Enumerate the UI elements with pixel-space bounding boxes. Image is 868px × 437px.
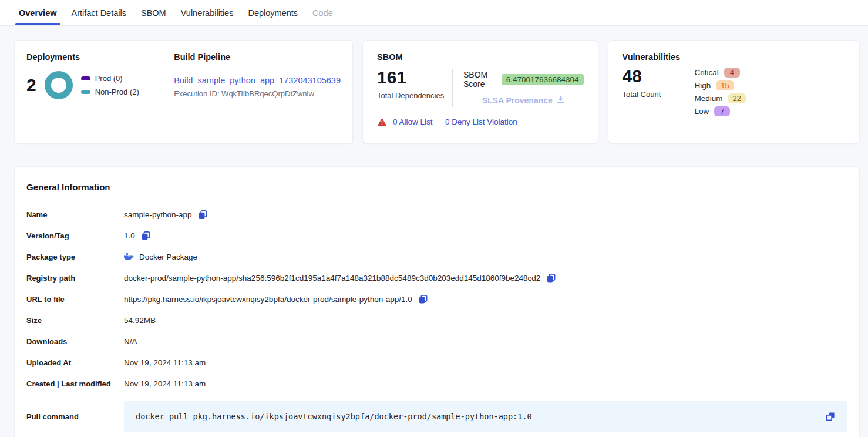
slsa-provenance-link[interactable]: SLSA Provenance	[482, 95, 565, 106]
severity-row-high: High 15	[695, 80, 746, 90]
sbom-policy-links: 0 Allow List 0 Deny List Violation	[377, 116, 584, 127]
severity-badge-low: 7	[714, 106, 730, 116]
vulnerabilities-stats: 48 Total Count	[623, 68, 684, 131]
tab-sbom[interactable]: SBOM	[141, 0, 166, 25]
severity-badge-high: 15	[716, 80, 734, 90]
allow-list-link[interactable]: 0 Allow List	[393, 117, 433, 126]
severity-row-critical: Critical 4	[695, 68, 746, 78]
version-value: 1.0	[124, 231, 135, 240]
vulnerabilities-card: Vulnerabilities 48 Total Count Critical …	[608, 40, 860, 144]
deployments-donut-chart	[45, 71, 73, 99]
execution-id-text: Execution ID: WqkTiIbBRqecQrpDtZwniw	[174, 89, 341, 98]
link-separator	[439, 116, 440, 127]
sbom-score-label: SBOM Score	[463, 70, 497, 89]
uploaded-at-value: Nov 19, 2024 11:13 am	[124, 358, 206, 367]
version-label: Version/Tag	[26, 231, 124, 240]
nonprod-legend-label: Non-Prod (2)	[95, 88, 139, 96]
copy-url-button[interactable]	[418, 294, 429, 305]
legend-item-nonprod: Non-Prod (2)	[81, 88, 139, 96]
warning-icon	[377, 117, 387, 126]
sbom-total-label: Total Dependencies	[377, 91, 452, 100]
copy-pull-command-button[interactable]	[825, 411, 836, 422]
pull-command-label: Pull command	[26, 412, 124, 421]
sbom-score-badge: 6.470017636684304	[502, 74, 584, 85]
tab-bar: Overview Artifact Details SBOM Vulnerabi…	[0, 0, 868, 26]
deployments-title: Deployments	[26, 52, 174, 62]
registry-path-value: docker-prod/sample-python-app/sha256:596…	[124, 274, 540, 283]
uploaded-at-label: Uploaded At	[26, 358, 124, 367]
sbom-card: SBOM 161 Total Dependencies SBOM Score 6…	[362, 40, 598, 144]
pipeline-link[interactable]: Build_sample_python_app_1732043105639	[174, 76, 341, 85]
copy-name-button[interactable]	[197, 209, 208, 220]
deployments-card: Deployments 2 Prod (0) Non-Prod (2) Buil…	[14, 40, 353, 144]
nonprod-legend-swatch	[81, 90, 90, 94]
vulnerabilities-total-label: Total Count	[623, 90, 684, 99]
info-row-created-modified: Created | Last modified Nov 19, 2024 11:…	[26, 373, 847, 394]
tab-artifact-details[interactable]: Artifact Details	[72, 0, 126, 25]
copy-registry-path-button[interactable]	[546, 273, 557, 284]
sbom-title: SBOM	[377, 52, 584, 62]
slsa-provenance-label: SLSA Provenance	[482, 96, 553, 105]
info-row-url: URL to file https://pkg.harness.io/ikpsj…	[26, 288, 847, 310]
severity-list: Critical 4 High 15 Medium 22 Low 7	[684, 68, 746, 131]
severity-badge-critical: 4	[724, 68, 740, 78]
legend-item-prod: Prod (0)	[81, 74, 139, 83]
build-pipeline-title: Build Pipeline	[174, 52, 341, 62]
general-information-card: General Information Name sample-python-a…	[14, 166, 860, 437]
info-row-package-type: Package type Docker Package	[26, 246, 847, 267]
pull-command-block: docker pull pkg.harness.io/ikpsjoavtcwxn…	[124, 401, 847, 432]
build-pipeline-section: Build Pipeline Build_sample_python_app_1…	[174, 52, 341, 132]
tab-vulnerabilities[interactable]: Vulnerabilities	[181, 0, 234, 25]
package-type-value: Docker Package	[139, 253, 197, 261]
url-label: URL to file	[26, 295, 124, 304]
tab-code: Code	[312, 0, 333, 25]
sbom-score-section: SBOM Score 6.470017636684304 SLSA Proven…	[453, 69, 584, 107]
registry-path-label: Registry path	[26, 274, 124, 283]
docker-icon	[124, 253, 134, 261]
severity-label-critical: Critical	[695, 68, 719, 77]
url-value: https://pkg.harness.io/ikpsjoavtcwxnqisy…	[124, 295, 412, 304]
info-row-downloads: Downloads N/A	[26, 331, 847, 352]
name-value: sample-python-app	[124, 210, 192, 219]
info-row-uploaded-at: Uploaded At Nov 19, 2024 11:13 am	[26, 352, 847, 373]
vulnerabilities-total: 48	[623, 68, 684, 85]
copy-version-button[interactable]	[140, 230, 152, 241]
info-row-registry-path: Registry path docker-prod/sample-python-…	[26, 267, 847, 288]
info-row-name: Name sample-python-app	[26, 204, 847, 225]
downloads-value: N/A	[124, 337, 137, 346]
downloads-label: Downloads	[26, 337, 124, 346]
severity-badge-medium: 22	[728, 93, 746, 103]
deny-list-link[interactable]: 0 Deny List Violation	[445, 117, 517, 126]
vulnerabilities-title: Vulnerabilities	[623, 52, 845, 62]
prod-legend-swatch	[81, 76, 90, 80]
severity-label-high: High	[695, 81, 711, 90]
deployments-legend: Prod (0) Non-Prod (2)	[81, 74, 139, 96]
deployments-total: 2	[26, 76, 36, 94]
name-label: Name	[26, 210, 124, 219]
info-row-size: Size 54.92MB	[26, 310, 847, 331]
tab-deployments[interactable]: Deployments	[248, 0, 298, 25]
size-label: Size	[26, 316, 124, 325]
package-type-label: Package type	[26, 253, 124, 261]
sbom-stats: 161 Total Dependencies	[377, 69, 452, 107]
created-modified-label: Created | Last modified	[26, 379, 124, 388]
info-row-version: Version/Tag 1.0	[26, 225, 847, 246]
created-modified-value: Nov 19, 2024 11:13 am	[124, 379, 206, 388]
size-value: 54.92MB	[124, 316, 156, 325]
sbom-total: 161	[377, 69, 452, 86]
general-information-title: General Information	[26, 182, 847, 192]
pull-command-text: docker pull pkg.harness.io/ikpsjoavtcwxn…	[136, 412, 532, 421]
summary-cards-row: Deployments 2 Prod (0) Non-Prod (2) Buil…	[0, 26, 868, 144]
severity-row-low: Low 7	[695, 106, 746, 116]
prod-legend-label: Prod (0)	[95, 74, 123, 83]
info-row-pull-command: Pull command docker pull pkg.harness.io/…	[26, 401, 847, 432]
download-icon	[556, 95, 565, 106]
severity-row-medium: Medium 22	[695, 93, 746, 103]
severity-label-medium: Medium	[695, 94, 723, 103]
deployments-section: Deployments 2 Prod (0) Non-Prod (2)	[26, 52, 174, 132]
tab-overview[interactable]: Overview	[19, 0, 57, 25]
severity-label-low: Low	[695, 107, 709, 116]
